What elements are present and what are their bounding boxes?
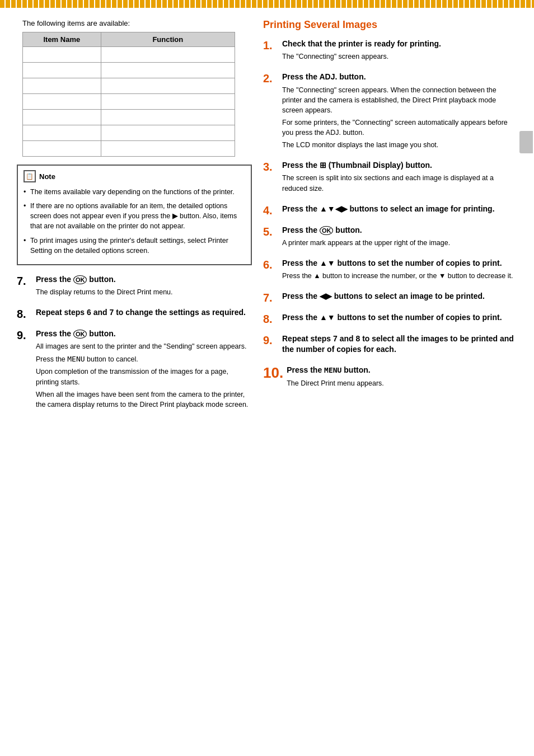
table-header-function: Function (101, 32, 235, 47)
step-content: Press the MENU button. The Direct Print … (287, 365, 517, 391)
step-number: 7. (17, 274, 32, 288)
step-content: Press the OK button. A printer mark appe… (282, 225, 517, 250)
step-number: 5. (263, 225, 279, 238)
step-desc: The LCD monitor displays the last image … (282, 140, 517, 150)
step-content: Press the ◀▶ buttons to select an image … (282, 291, 517, 304)
right-step-5: 5. Press the OK button. A printer mark a… (263, 225, 517, 250)
step-title: Press the ⊞ (Thumbnail Display) button. (282, 160, 517, 170)
note-item: The items available vary depending on th… (24, 187, 245, 197)
step-desc: The "Connecting" screen appears. (282, 51, 517, 62)
step-content: Press the OK button. The display returns… (36, 274, 252, 299)
right-step-1: 1. Check that the printer is ready for p… (263, 39, 517, 64)
table-row (23, 78, 235, 94)
right-column: Printing Several Images 1. Check that th… (263, 19, 517, 420)
step-desc: When all the images have been sent from … (36, 389, 252, 410)
step-content: Press the ▲▼ buttons to set the number o… (282, 312, 517, 325)
step-content: Press the ▲▼ buttons to set the number o… (282, 258, 517, 283)
step-number: 6. (263, 258, 279, 271)
note-icon: 📋 (24, 170, 36, 182)
right-step-9: 9. Repeat steps 7 and 8 to select all th… (263, 334, 517, 356)
step-content: Repeat steps 7 and 8 to select all the i… (282, 334, 517, 356)
note-header: 📋 Note (24, 170, 245, 182)
step-desc: The "Connecting" screen appears. When th… (282, 85, 517, 115)
step-title: Press the MENU button. (287, 365, 517, 375)
note-list: The items available vary depending on th… (24, 187, 245, 256)
right-step-6: 6. Press the ▲▼ buttons to set the numbe… (263, 258, 517, 283)
right-step-4: 4. Press the ▲▼◀▶ buttons to select an i… (263, 204, 517, 217)
right-tab (519, 131, 533, 153)
step-title: Press the ADJ. button. (282, 72, 517, 82)
step-title: Check that the printer is ready for prin… (282, 39, 517, 49)
items-table: Item Name Function (22, 32, 235, 157)
step-content: Check that the printer is ready for prin… (282, 39, 517, 64)
note-box: 📋 Note The items available vary dependin… (17, 165, 252, 265)
step-title: Press the ◀▶ buttons to select an image … (282, 291, 517, 301)
table-row (23, 94, 235, 110)
note-item: If there are no options available for an… (24, 201, 245, 231)
step-number: 2. (263, 72, 279, 85)
table-row (23, 47, 235, 63)
step-desc: Press the ▲ button to increase the numbe… (282, 271, 517, 281)
right-step-3: 3. Press the ⊞ (Thumbnail Display) butto… (263, 160, 517, 195)
top-border (0, 0, 534, 8)
step-title: Press the OK button. (282, 225, 517, 235)
step-title: Press the ▲▼◀▶ buttons to select an imag… (282, 204, 517, 214)
step-content: Press the ▲▼◀▶ buttons to select an imag… (282, 204, 517, 217)
step-desc: The display returns to the Direct Print … (36, 287, 252, 297)
step-desc: A printer mark appears at the upper righ… (282, 238, 517, 248)
table-header-item: Item Name (23, 32, 101, 47)
left-step-8: 8. Repeat steps 6 and 7 to change the se… (17, 307, 252, 321)
step-number: 9. (263, 334, 279, 347)
table-row (23, 110, 235, 125)
step-number: 8. (263, 312, 279, 326)
note-item: To print images using the printer's defa… (24, 236, 245, 256)
left-column: The following items are available: Item … (17, 19, 252, 420)
step-content: Repeat steps 6 and 7 to change the setti… (36, 307, 252, 320)
table-row (23, 141, 235, 157)
left-step-7: 7. Press the OK button. The display retu… (17, 274, 252, 299)
note-title: Note (39, 172, 55, 181)
step-number: 7. (263, 291, 279, 304)
step-content: Press the ADJ. button. The "Connecting" … (282, 72, 517, 152)
step-number: 10. (263, 365, 283, 381)
step-desc: Upon completion of the transmission of t… (36, 367, 252, 387)
right-step-7: 7. Press the ◀▶ buttons to select an ima… (263, 291, 517, 304)
section-title: Printing Several Images (263, 19, 517, 31)
step-number: 9. (17, 328, 32, 342)
step-desc: The Direct Print menu appears. (287, 378, 517, 388)
right-step-8: 8. Press the ▲▼ buttons to set the numbe… (263, 312, 517, 326)
table-row (23, 125, 235, 141)
intro-text: The following items are available: (17, 19, 252, 27)
right-step-2: 2. Press the ADJ. button. The "Connectin… (263, 72, 517, 152)
step-desc: Press the MENU button to cancel. (36, 354, 252, 365)
step-content: Press the OK button. All images are sent… (36, 328, 252, 412)
step-number: 8. (17, 307, 32, 321)
step-desc: The screen is split into six sections an… (282, 173, 517, 193)
step-desc: For some printers, the "Connecting" scre… (282, 118, 517, 138)
table-row (23, 63, 235, 78)
step-title: Press the OK button. (36, 328, 252, 339)
left-step-9: 9. Press the OK button. All images are s… (17, 328, 252, 412)
step-number: 4. (263, 204, 279, 217)
right-step-10: 10. Press the MENU button. The Direct Pr… (263, 365, 517, 391)
step-title: Press the OK button. (36, 274, 252, 284)
step-number: 1. (263, 39, 279, 52)
step-title: Press the ▲▼ buttons to set the number o… (282, 312, 517, 322)
step-title: Press the ▲▼ buttons to set the number o… (282, 258, 517, 268)
step-content: Press the ⊞ (Thumbnail Display) button. … (282, 160, 517, 195)
step-title: Repeat steps 7 and 8 to select all the i… (282, 334, 517, 354)
step-desc: All images are sent to the printer and t… (36, 341, 252, 351)
step-title: Repeat steps 6 and 7 to change the setti… (36, 307, 252, 317)
step-number: 3. (263, 160, 279, 173)
